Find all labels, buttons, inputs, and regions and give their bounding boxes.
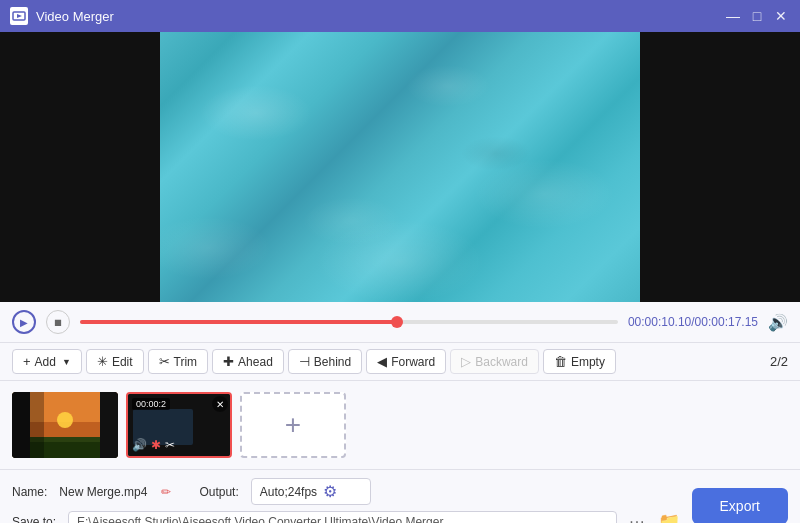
output-settings-icon[interactable]: ⚙ [323,482,337,501]
empty-label: Empty [571,355,605,369]
add-label: Add [35,355,56,369]
clip-1[interactable] [12,392,118,458]
name-output-row: Name: New Merge.mp4 ✏ Output: Auto;24fps… [12,478,680,505]
maximize-button[interactable]: □ [748,7,766,25]
video-frame [160,32,640,302]
clip-scissors-icon: ✂ [165,438,175,452]
ahead-label: Ahead [238,355,273,369]
add-button[interactable]: + Add ▼ [12,349,82,374]
progress-fill [80,320,397,324]
clip-area: 00:00:2 🔊 ✱ ✂ ✕ + [0,381,800,469]
app-icon [10,7,28,25]
close-button[interactable]: ✕ [772,7,790,25]
video-left-black [0,32,160,302]
clip-2[interactable]: 00:00:2 🔊 ✱ ✂ ✕ [126,392,232,458]
save-path: E:\Aiseesoft Studio\Aiseesoft Video Conv… [68,511,617,523]
toolbar: + Add ▼ ✳ Edit ✂ Trim ✚ Ahead ⊣ Behind ◀… [0,343,800,381]
add-dropdown-arrow: ▼ [62,357,71,367]
name-label: Name: [12,485,47,499]
svg-rect-6 [30,442,100,458]
edit-icon: ✳ [97,354,108,369]
bottom-left: Name: New Merge.mp4 ✏ Output: Auto;24fps… [12,478,680,523]
ahead-button[interactable]: ✚ Ahead [212,349,284,374]
trim-icon: ✂ [159,354,170,369]
svg-rect-9 [100,392,118,458]
clip-1-thumbnail [12,392,118,458]
clip-audio-icon: 🔊 [132,438,147,452]
save-row: Save to: E:\Aiseesoft Studio\Aiseesoft V… [12,511,680,523]
output-label: Output: [199,485,238,499]
export-button[interactable]: Export [692,488,788,524]
behind-icon: ⊣ [299,354,310,369]
water-ripple [160,32,640,302]
video-right-black [640,32,800,302]
add-icon: + [23,354,31,369]
clip-star-icon: ✱ [151,438,161,452]
bottom-section: Name: New Merge.mp4 ✏ Output: Auto;24fps… [12,478,788,523]
stop-button[interactable]: ⏹ [46,310,70,334]
svg-marker-1 [17,14,22,18]
backward-button[interactable]: ▷ Backward [450,349,539,374]
backward-label: Backward [475,355,528,369]
svg-rect-8 [12,392,30,458]
minimize-button[interactable]: — [724,7,742,25]
clip-2-close[interactable]: ✕ [212,396,228,412]
video-preview [160,32,640,302]
more-options-button[interactable]: ··· [629,513,645,523]
edit-label: Edit [112,355,133,369]
trim-label: Trim [174,355,198,369]
forward-label: Forward [391,355,435,369]
window-controls: — □ ✕ [724,7,790,25]
app-title: Video Merger [36,9,724,24]
bottom-right: Export [680,478,788,523]
add-clip-icon: + [285,411,301,439]
progress-bar[interactable] [80,320,618,324]
edit-button[interactable]: ✳ Edit [86,349,144,374]
open-folder-icon[interactable]: 📁 [658,511,680,523]
forward-icon: ◀ [377,354,387,369]
volume-icon[interactable]: 🔊 [768,313,788,332]
name-value: New Merge.mp4 [59,485,147,499]
output-value: Auto;24fps [260,485,317,499]
controls-bar: ▶ ⏹ 00:00:10.10/00:00:17.15 🔊 [0,302,800,343]
add-clip-button[interactable]: + [240,392,346,458]
empty-icon: 🗑 [554,354,567,369]
ahead-icon: ✚ [223,354,234,369]
save-label: Save to: [12,515,56,523]
behind-label: Behind [314,355,351,369]
name-edit-icon[interactable]: ✏ [161,485,171,499]
bottom-bar: Name: New Merge.mp4 ✏ Output: Auto;24fps… [0,469,800,523]
clip-2-time: 00:00:2 [132,398,170,410]
empty-button[interactable]: 🗑 Empty [543,349,616,374]
forward-button[interactable]: ◀ Forward [366,349,446,374]
output-field: Auto;24fps ⚙ [251,478,371,505]
trim-button[interactable]: ✂ Trim [148,349,209,374]
video-area [0,32,800,302]
time-display: 00:00:10.10/00:00:17.15 [628,315,758,329]
page-count: 2/2 [770,354,788,369]
progress-thumb [391,316,403,328]
behind-button[interactable]: ⊣ Behind [288,349,362,374]
backward-icon: ▷ [461,354,471,369]
svg-point-7 [57,412,73,428]
title-bar: Video Merger — □ ✕ [0,0,800,32]
play-button[interactable]: ▶ [12,310,36,334]
clip-2-icons: 🔊 ✱ ✂ [132,438,175,452]
